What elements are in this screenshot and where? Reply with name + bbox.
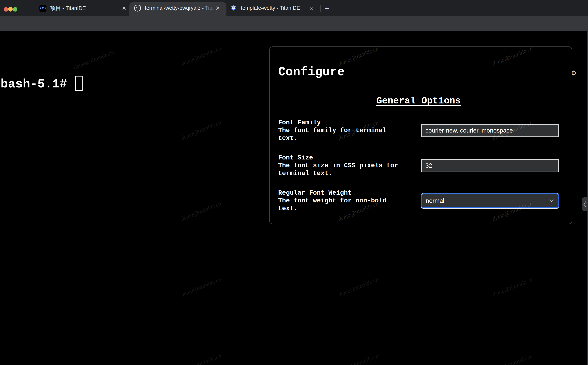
watermark: demo@titanide.cn	[491, 352, 534, 365]
field-label-block: Regular Font Weight The font weight for …	[278, 189, 408, 213]
field-label: Font Family	[278, 119, 408, 127]
blue-layers-icon: </>	[230, 4, 237, 12]
watermark: demo@titanide.cn	[73, 49, 115, 71]
zoom-window-button[interactable]	[13, 7, 17, 12]
watermark: demo@titanide.cn	[337, 352, 379, 365]
watermark: demo@titanide.cn	[180, 352, 222, 365]
field-label-block: Font Size The font size in CSS pixels fo…	[278, 154, 408, 177]
watermark: demo@titanide.cn	[180, 45, 222, 67]
watermark: demo@titanide.cn	[337, 276, 379, 298]
terminal-prompt: bash-5.1#	[0, 77, 67, 91]
tab-strip: ⟨t⟩ 项目 - TitanIDE × >_ terminal-wetty-bw…	[0, 0, 588, 16]
terminal-cursor	[75, 76, 83, 91]
watermark: demo@titanide.cn	[180, 276, 222, 298]
tab-title: 项目 - TitanIDE	[50, 5, 86, 12]
tab-divider	[320, 5, 321, 12]
tab-title: template-wetty - TitanIDE	[241, 5, 300, 11]
browser-toolbar: try.titanide.cn/ide/web/coding/terminal-…	[0, 16, 588, 31]
terminal-circle-icon: >_	[134, 5, 141, 12]
collapse-panel-handle[interactable]	[582, 197, 588, 211]
close-window-button[interactable]	[4, 7, 8, 12]
field-label-block: Font Family The font family for terminal…	[278, 119, 408, 142]
tab-title-fade	[201, 5, 214, 11]
field-description: The font family for terminal text.	[278, 127, 408, 142]
field-description: The font weight for non-bold text.	[278, 197, 408, 213]
watermark: demo@titanide.cn	[491, 276, 534, 298]
titanide-t-icon: ⟨t⟩	[39, 5, 46, 12]
configure-panel: Configure General Options Font Family Th…	[269, 46, 572, 224]
regular-font-weight-select[interactable]: normal	[421, 193, 559, 208]
tab-terminal-wetty[interactable]: >_ terminal-wetty-bwqryafz - Tita ×	[129, 0, 226, 16]
chevron-left-icon	[583, 201, 587, 207]
watermark: demo@titanide.cn	[180, 119, 222, 141]
terminal-page: bash-5.1# ⚙ ⚙ Configure General Options …	[0, 31, 588, 365]
field-row-font-family: Font Family The font family for terminal…	[278, 119, 559, 142]
field-description: The font size in CSS pixels for terminal…	[278, 162, 408, 177]
field-label: Regular Font Weight	[278, 189, 408, 197]
minimize-window-button[interactable]	[8, 7, 13, 12]
select-value: normal	[426, 197, 444, 204]
tab-template-wetty[interactable]: </> template-wetty - TitanIDE ×	[226, 0, 318, 16]
field-row-font-size: Font Size The font size in CSS pixels fo…	[278, 154, 559, 177]
tab-project-titanide[interactable]: ⟨t⟩ 项目 - TitanIDE ×	[33, 0, 129, 16]
field-label: Font Size	[278, 154, 408, 162]
font-family-input[interactable]	[421, 124, 559, 137]
new-tab-button[interactable]: +	[322, 0, 331, 16]
options-list: Font Family The font family for terminal…	[278, 119, 559, 224]
close-tab-icon[interactable]: ×	[309, 5, 314, 12]
field-row-regular-font-weight: Regular Font Weight The font weight for …	[278, 189, 559, 213]
close-tab-icon[interactable]: ×	[216, 5, 220, 12]
chevron-down-icon	[549, 199, 554, 202]
tab-title: terminal-wetty-bwqryafz - Tita	[145, 5, 214, 11]
panel-title: Configure	[278, 65, 559, 80]
watermark: demo@titanide.cn	[180, 200, 222, 222]
layers-code-glyph: </>	[232, 6, 235, 7]
close-tab-icon[interactable]: ×	[122, 5, 126, 12]
section-title: General Options	[278, 95, 559, 107]
font-size-input[interactable]	[421, 159, 559, 172]
